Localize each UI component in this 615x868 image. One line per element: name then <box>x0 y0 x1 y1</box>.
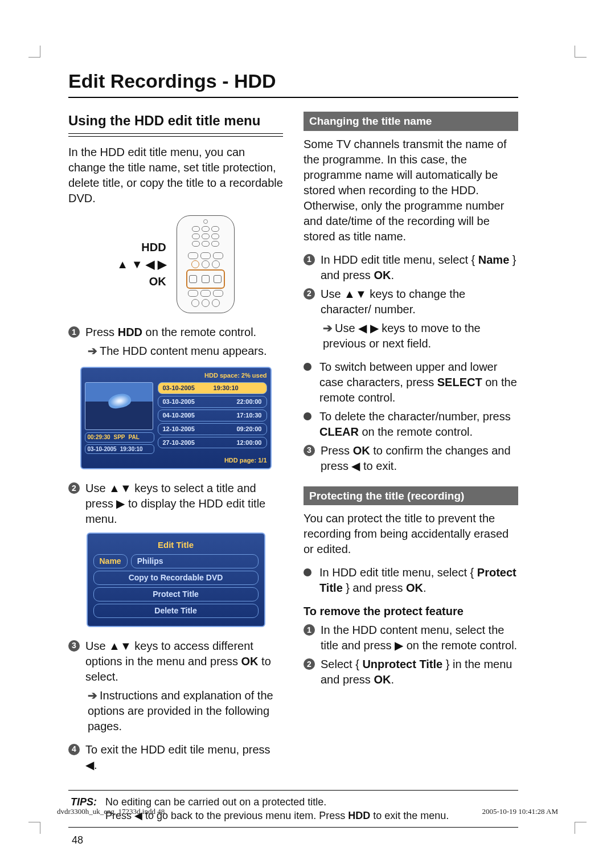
page-title: Edit Recordings - HDD <box>68 68 518 98</box>
text: Use ▲▼ keys to change the character/ num… <box>321 286 518 317</box>
text: The HDD content menu appears. <box>100 345 267 357</box>
hdd-content-screenshot: HDD space: 2% used 00:29:30 SPP PAL 03-1… <box>80 367 272 469</box>
section-rule <box>68 133 283 137</box>
footer-left: dvdr3300h_uk_eng_17233d.indd 48 <box>57 806 165 817</box>
step-4: 4 To exit the HDD edit tile menu, press … <box>68 742 283 773</box>
remote-figure: HDD ▲ ▼ ◀ ▶ OK <box>68 215 283 313</box>
step-number-icon: 3 <box>68 640 80 652</box>
print-footer: dvdr3300h_uk_eng_17233d.indd 48 2005-10-… <box>57 806 558 817</box>
section-intro: In the HDD edit title menu, you can chan… <box>68 145 283 206</box>
edit-menu-name-row: Name Philips <box>93 554 259 568</box>
edit-menu-row: Copy to Recordable DVD <box>93 571 259 585</box>
right-step-1: 1 In HDD edit title menu, select { Name … <box>304 252 518 283</box>
bullet-icon <box>304 412 311 420</box>
step-1-result: ➔The HDD content menu appears. <box>88 343 283 359</box>
osd-thumb-info2: 03-10-2005 19:30:10 <box>85 444 154 455</box>
osd-thumb-info1: 00:29:30 SPP PAL <box>85 432 154 443</box>
text: In the HDD content menu, select the titl… <box>321 623 518 653</box>
edit-menu-row: Protect Title <box>93 587 259 601</box>
remote-arrows-label: ▲ ▼ ◀ ▶ <box>117 256 166 273</box>
crop-mark <box>575 46 587 58</box>
edit-menu-title: Edit Title <box>93 539 259 551</box>
osd-page-label: HDD page: 1/1 <box>85 456 267 465</box>
remote-hdd-label: HDD <box>117 239 166 256</box>
crop-mark <box>28 822 40 834</box>
osd-space-label: HDD space: 2% used <box>85 371 267 380</box>
crop-mark <box>575 822 587 834</box>
step-2: 2 Use ▲▼ keys to select a title and pres… <box>68 481 283 527</box>
osd-thumbnail <box>85 382 153 430</box>
right-column: Changing the title name Some TV channels… <box>304 112 518 776</box>
subsection-header: Protecting the title (recording) <box>304 486 518 506</box>
text: Instructions and explanation of the opti… <box>88 689 273 732</box>
text: on the remote control. <box>142 326 256 338</box>
step-number-icon: 2 <box>304 658 315 670</box>
step-number-icon: 2 <box>304 288 315 300</box>
osd-list-row: 27-10-200512:00:00 <box>158 437 267 449</box>
step-number-icon: 1 <box>68 326 80 338</box>
step-number-icon: 2 <box>68 482 80 494</box>
osd-list-row: 03-10-200519:30:10 <box>158 382 267 394</box>
crop-mark <box>28 46 40 58</box>
protect-bullet: In HDD edit title menu, select { Protect… <box>304 565 518 596</box>
remove-step-2: 2 Select { Unprotect Title } in the menu… <box>304 657 518 687</box>
bullet-icon <box>304 363 311 371</box>
remote-labels: HDD ▲ ▼ ◀ ▶ OK <box>117 239 166 290</box>
play-icon <box>257 386 261 391</box>
text-bold: HDD <box>118 326 142 338</box>
subsection-intro: You can protect the title to prevent the… <box>304 511 518 557</box>
page-number: 48 <box>72 833 518 847</box>
osd-list-row: 04-10-200517:10:30 <box>158 410 267 421</box>
text: Use ▲▼ keys to access different options … <box>85 640 253 668</box>
right-bullet-1: To switch between upper and lower case c… <box>304 359 518 406</box>
text: Use ▲▼ keys to select a title and press … <box>85 481 283 527</box>
edit-menu-row: Delete Title <box>93 604 259 618</box>
step-1: 1 Press HDD on the remote control. <box>68 325 283 340</box>
right-bullet-2: To delete the character/number, press CL… <box>304 409 518 440</box>
step-3: 3 Use ▲▼ keys to access different option… <box>68 638 283 685</box>
step-number-icon: 4 <box>68 744 80 755</box>
step-number-icon: 1 <box>304 254 315 265</box>
right-step-2-result: ➔Use ◀ ▶ keys to move to the previous or… <box>323 321 518 351</box>
step-number-icon: 3 <box>304 445 315 456</box>
bullet-icon <box>304 568 311 576</box>
remove-protect-heading: To remove the protect feature <box>304 605 464 617</box>
subsection-header: Changing the title name <box>304 112 518 131</box>
remove-step-1: 1 In the HDD content menu, select the ti… <box>304 623 518 653</box>
remote-icon <box>177 215 235 313</box>
section-title: Using the HDD edit title menu <box>68 112 283 130</box>
text-bold: OK <box>241 655 259 668</box>
subsection-intro: Some TV channels transmit the name of th… <box>304 137 518 244</box>
step-3-result: ➔Instructions and explanation of the opt… <box>88 688 283 734</box>
osd-list-row: 03-10-200522:00:00 <box>158 396 267 408</box>
arrow-icon: ➔ <box>88 689 97 702</box>
edit-title-screenshot: Edit Title Name Philips Copy to Recordab… <box>87 533 265 627</box>
left-column: Using the HDD edit title menu In the HDD… <box>68 112 283 776</box>
page-body: Edit Recordings - HDD Using the HDD edit… <box>68 68 518 847</box>
tips-label: TIPS: <box>71 796 97 808</box>
footer-right: 2005-10-19 10:41:28 AM <box>482 806 558 817</box>
text: To exit the HDD edit tile menu, press ◀. <box>85 742 283 773</box>
arrow-icon: ➔ <box>88 345 97 357</box>
step-number-icon: 1 <box>304 624 315 636</box>
osd-title-list: 03-10-200519:30:10 03-10-200522:00:00 04… <box>158 382 267 454</box>
text: Press <box>85 326 118 338</box>
tips-line: No editing can be carried out on a prote… <box>105 796 326 808</box>
remote-ok-label: OK <box>117 273 166 290</box>
osd-list-row: 12-10-200509:20:00 <box>158 423 267 435</box>
right-step-2: 2 Use ▲▼ keys to change the character/ n… <box>304 286 518 317</box>
right-step-3: 3 Press OK to confirm the changes and pr… <box>304 443 518 474</box>
arrow-icon: ➔ <box>323 322 333 334</box>
